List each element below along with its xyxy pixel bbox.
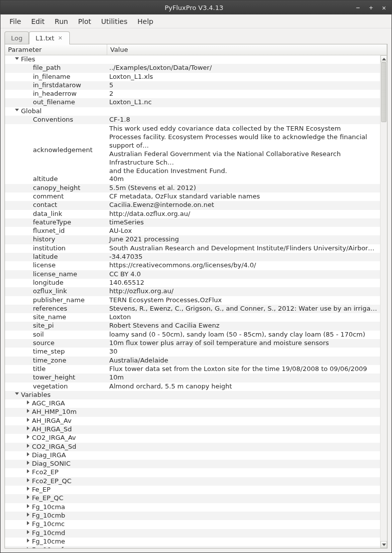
tree-leaf-row[interactable]: soilloamy sand (0 - 50cm), sandy loam (5… (5, 331, 380, 339)
tree-group-row[interactable]: Fg_10cmf (5, 546, 380, 548)
chevron-right-icon[interactable] (25, 477, 31, 483)
tree-leaf-row[interactable]: file_path../Examples/Loxton/Data/Tower/ (5, 64, 380, 72)
menu-run[interactable]: Run (51, 15, 72, 27)
menu-utilities[interactable]: Utilities (97, 15, 132, 27)
tree-leaf-row[interactable]: referencesStevens, R., Ewenz, C., Grigso… (5, 305, 380, 313)
tree-group-row[interactable]: Fg_10cmd (5, 529, 380, 538)
chevron-right-icon[interactable] (25, 520, 31, 526)
column-header-parameter[interactable]: Parameter (5, 44, 107, 55)
tree-group-row[interactable]: CO2_IRGA_Sd (5, 443, 380, 451)
tree-leaf-row[interactable]: in_firstdatarow5 (5, 81, 380, 90)
tree-leaf-row[interactable]: source10m flux tower plus array of soil … (5, 339, 380, 348)
tree-leaf-row[interactable]: longitude140.65512 (5, 279, 380, 287)
chevron-right-icon[interactable] (25, 546, 31, 548)
value-cell: Loxton (107, 313, 380, 321)
tree-leaf-row[interactable]: acknowledgementThis work used eddy covar… (5, 124, 380, 175)
chevron-right-icon[interactable] (25, 494, 31, 500)
chevron-right-icon[interactable] (25, 486, 31, 492)
tree-leaf-row[interactable]: tower_height10m (5, 373, 380, 382)
tree-group-row[interactable]: AH_HMP_10m (5, 408, 380, 416)
parameter-cell: featureType (5, 218, 107, 226)
tree-group-row[interactable]: Global (5, 107, 380, 116)
chevron-right-icon[interactable] (25, 417, 31, 423)
tree-group-row[interactable]: Fg_10cma (5, 503, 380, 512)
parameter-cell: out_filename (5, 98, 107, 106)
tree-leaf-row[interactable]: commentCF metadata, OzFlux standard vari… (5, 192, 380, 201)
chevron-right-icon[interactable] (25, 443, 31, 449)
close-icon[interactable]: ✕ (381, 4, 388, 11)
tree-leaf-row[interactable]: latitude-34.47035 (5, 253, 380, 261)
tree-leaf-row[interactable]: fluxnet_idAU-Lox (5, 227, 380, 235)
tab-close-icon[interactable]: ✕ (57, 35, 63, 41)
chevron-right-icon[interactable] (25, 512, 31, 518)
tree-leaf-row[interactable]: license_nameCC BY 4.0 (5, 270, 380, 279)
menu-file[interactable]: File (5, 15, 25, 27)
tree-group-row[interactable]: Fg_10cmc (5, 520, 380, 529)
parameter-label: Fg_10cme (32, 538, 65, 545)
tree-leaf-row[interactable]: canopy_height5.5m (Stevens et al. 2012) (5, 184, 380, 192)
tree-group-row[interactable]: Variables (5, 391, 380, 399)
chevron-right-icon[interactable] (25, 468, 31, 474)
tree-leaf-row[interactable]: site_piRobert Stevens and Cacilia Ewenz (5, 322, 380, 330)
tree-group-row[interactable]: Files (5, 55, 380, 64)
tree-leaf-row[interactable]: publisher_nameTERN Ecosystem Processes,O… (5, 296, 380, 305)
maximize-icon[interactable]: + (368, 4, 375, 11)
tree-leaf-row[interactable]: featureTypetimeSeries (5, 218, 380, 227)
menu-edit[interactable]: Edit (27, 15, 48, 27)
tree-leaf-row[interactable]: ozflux_linkhttp://ozflux.org.au/ (5, 287, 380, 296)
tree-group-row[interactable]: CO2_IRGA_Av (5, 434, 380, 442)
chevron-right-icon[interactable] (25, 451, 31, 457)
tab-log[interactable]: Log (4, 31, 29, 44)
chevron-right-icon[interactable] (25, 529, 31, 535)
chevron-right-icon[interactable] (25, 408, 31, 414)
chevron-right-icon[interactable] (25, 538, 31, 544)
tree-leaf-row[interactable]: altitude40m (5, 175, 380, 184)
tree-group-row[interactable]: Fco2_EP (5, 468, 380, 477)
menu-plot[interactable]: Plot (74, 15, 95, 27)
tree-leaf-row[interactable]: contactCacilia.Ewenz@internode.on.net (5, 201, 380, 209)
tree-group-row[interactable]: Diag_IRGA (5, 451, 380, 460)
chevron-right-icon[interactable] (25, 434, 31, 440)
tree-leaf-row[interactable]: site_nameLoxton (5, 313, 380, 322)
tree-leaf-row[interactable]: in_filenameLoxton_L1.xls (5, 73, 380, 81)
tree-leaf-row[interactable]: in_headerrow2 (5, 90, 380, 98)
tree-leaf-row[interactable]: institutionSouth Australian Research and… (5, 244, 380, 253)
tree-group-row[interactable]: Fg_10cmb (5, 512, 380, 520)
tree-group-row[interactable]: AGC_IRGA (5, 399, 380, 408)
chevron-right-icon[interactable] (25, 460, 31, 466)
chevron-right-icon[interactable] (25, 503, 31, 509)
chevron-down-icon[interactable] (14, 391, 20, 397)
tree-leaf-row[interactable]: out_filenameLoxton_L1.nc (5, 98, 380, 107)
tree-group-row[interactable]: Fco2_EP_QC (5, 477, 380, 486)
tree-group-row[interactable]: Fe_EP (5, 486, 380, 494)
value-cell: Loxton_L1.xls (107, 73, 380, 80)
parameter-label: Variables (21, 391, 50, 398)
minimize-icon[interactable]: − (355, 4, 362, 11)
tree-group-row[interactable]: Diag_SONIC (5, 460, 380, 468)
tree-leaf-row[interactable]: data_linkhttp://data.ozflux.org.au/ (5, 210, 380, 218)
tree-leaf-row[interactable]: historyJune 2021 processing (5, 235, 380, 244)
tree-leaf-row[interactable]: vegetationAlmond orchard, 5.5 m canopy h… (5, 382, 380, 391)
tree-group-row[interactable]: AH_IRGA_Av (5, 417, 380, 425)
chevron-right-icon[interactable] (25, 425, 31, 431)
menu-help[interactable]: Help (134, 15, 158, 27)
chevron-down-icon[interactable] (14, 55, 20, 61)
scroll-down-icon[interactable] (381, 541, 387, 548)
tree-group-row[interactable]: Fg_10cme (5, 538, 380, 546)
tree-leaf-row[interactable]: ConventionsCF-1.8 (5, 116, 380, 124)
tree-leaf-row[interactable]: licensehttps://creativecommons.org/licen… (5, 261, 380, 270)
scroll-up-icon[interactable] (381, 55, 387, 62)
tree-leaf-row[interactable]: time_step30 (5, 348, 380, 356)
chevron-right-icon[interactable] (25, 399, 31, 405)
parameter-cell: Conventions (5, 116, 107, 123)
column-header-value[interactable]: Value (107, 44, 387, 55)
tab-l1txt[interactable]: L1.txt ✕ (29, 31, 70, 44)
vertical-scrollbar[interactable] (380, 55, 387, 548)
tree-leaf-row[interactable]: time_zoneAustralia/Adelaide (5, 357, 380, 365)
scroll-thumb[interactable] (381, 62, 387, 122)
tree-leaf-row[interactable]: titleFlux tower data set from the Loxton… (5, 365, 380, 373)
value-cell: timeSeries (107, 218, 380, 226)
tree-group-row[interactable]: AH_IRGA_Sd (5, 425, 380, 434)
chevron-down-icon[interactable] (14, 107, 20, 113)
tree-group-row[interactable]: Fe_EP_QC (5, 494, 380, 503)
